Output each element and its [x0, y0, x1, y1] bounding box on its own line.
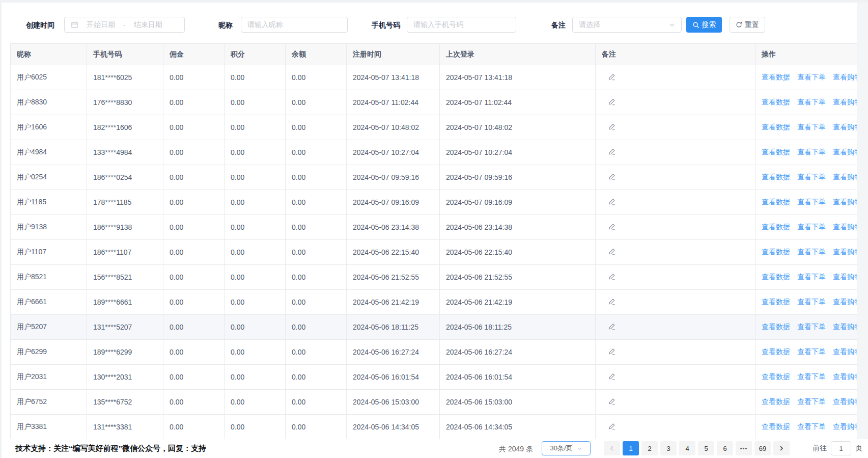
- view-cart-link[interactable]: 查看购物车: [833, 397, 857, 406]
- view-data-link[interactable]: 查看数据: [762, 347, 790, 356]
- edit-remark-icon[interactable]: [602, 422, 616, 430]
- search-button[interactable]: 搜索: [686, 17, 722, 33]
- view-cart-link[interactable]: 查看购物车: [833, 372, 857, 381]
- phone-cell: 131****3381: [87, 415, 163, 440]
- remark-cell: [596, 340, 755, 365]
- view-cart-link[interactable]: 查看购物车: [833, 298, 857, 306]
- view-data-link[interactable]: 查看数据: [762, 248, 790, 256]
- remark-cell: [596, 315, 755, 340]
- view-data-link[interactable]: 查看数据: [762, 422, 790, 430]
- edit-remark-icon[interactable]: [602, 73, 616, 81]
- view-data-link[interactable]: 查看数据: [762, 372, 790, 381]
- pager-page-4[interactable]: 4: [679, 441, 695, 455]
- edit-remark-icon[interactable]: [602, 298, 616, 306]
- view-orders-link[interactable]: 查看下单: [797, 298, 826, 306]
- reset-button-label: 重置: [745, 20, 759, 30]
- pager-page-69[interactable]: 69: [754, 441, 771, 455]
- reset-button[interactable]: 重置: [730, 17, 765, 33]
- end-date-placeholder[interactable]: 结束日期: [134, 20, 162, 30]
- view-cart-link[interactable]: 查看购物车: [833, 148, 857, 156]
- view-data-link[interactable]: 查看数据: [762, 123, 790, 131]
- points-cell: 0.00: [225, 290, 286, 315]
- pager-next-button[interactable]: [773, 441, 790, 455]
- view-orders-link[interactable]: 查看下单: [797, 372, 826, 381]
- view-data-link[interactable]: 查看数据: [762, 173, 790, 181]
- view-cart-link[interactable]: 查看购物车: [833, 173, 857, 181]
- view-orders-link[interactable]: 查看下单: [797, 98, 826, 106]
- pager-prev-button[interactable]: [604, 441, 620, 455]
- filter-bar: 创建时间 开始日期 - 结束日期 昵称 请输入昵称 手机号码 请输入手机号码 备…: [2, 3, 857, 43]
- view-orders-link[interactable]: 查看下单: [797, 73, 826, 81]
- view-orders-link[interactable]: 查看下单: [797, 273, 826, 281]
- commission-cell: 0.00: [163, 165, 225, 190]
- view-orders-link[interactable]: 查看下单: [797, 123, 826, 131]
- edit-remark-icon[interactable]: [602, 198, 616, 206]
- view-cart-link[interactable]: 查看购物车: [833, 347, 857, 356]
- edit-remark-icon[interactable]: [602, 123, 616, 131]
- view-data-link[interactable]: 查看数据: [762, 298, 790, 306]
- points-cell: 0.00: [225, 340, 286, 365]
- edit-remark-icon[interactable]: [602, 148, 616, 156]
- goto-page-input[interactable]: [831, 441, 851, 455]
- pager-page-2[interactable]: 2: [641, 441, 658, 455]
- pager-page-6[interactable]: 6: [717, 441, 733, 455]
- pager-ellipsis[interactable]: •••: [736, 441, 752, 455]
- view-cart-link[interactable]: 查看购物车: [833, 248, 857, 256]
- view-data-link[interactable]: 查看数据: [762, 198, 790, 206]
- view-orders-link[interactable]: 查看下单: [797, 322, 826, 331]
- view-orders-link[interactable]: 查看下单: [797, 148, 826, 156]
- edit-remark-icon[interactable]: [602, 273, 616, 281]
- edit-remark-icon[interactable]: [602, 248, 616, 256]
- remark-select[interactable]: 请选择: [572, 17, 682, 33]
- view-cart-link[interactable]: 查看购物车: [833, 123, 857, 131]
- view-cart-link[interactable]: 查看购物车: [833, 422, 857, 430]
- start-date-placeholder[interactable]: 开始日期: [87, 20, 115, 30]
- edit-remark-icon[interactable]: [602, 372, 616, 381]
- vertical-scrollbar[interactable]: [857, 3, 868, 439]
- last-login-cell: 2024-05-06 23:14:38: [440, 215, 596, 240]
- pager: 123456•••69: [604, 441, 790, 455]
- view-cart-link[interactable]: 查看购物车: [833, 223, 857, 231]
- pager-page-1[interactable]: 1: [623, 441, 639, 455]
- view-cart-link[interactable]: 查看购物车: [833, 73, 857, 81]
- edit-remark-icon[interactable]: [602, 223, 616, 231]
- view-cart-link[interactable]: 查看购物车: [833, 273, 857, 281]
- view-orders-link[interactable]: 查看下单: [797, 422, 826, 430]
- page-size-select[interactable]: 30条/页: [542, 441, 591, 455]
- view-data-link[interactable]: 查看数据: [762, 273, 790, 281]
- edit-remark-icon[interactable]: [602, 397, 616, 406]
- edit-remark-icon[interactable]: [602, 322, 616, 331]
- edit-remark-icon[interactable]: [602, 347, 616, 356]
- remark-cell: [596, 140, 755, 165]
- chevron-down-icon: [577, 446, 582, 451]
- pager-page-3[interactable]: 3: [660, 441, 677, 455]
- column-header: 上次登录: [440, 44, 596, 65]
- commission-cell: 0.00: [163, 215, 225, 240]
- nickname-input[interactable]: 请输入昵称: [241, 17, 348, 33]
- view-cart-link[interactable]: 查看购物车: [833, 322, 857, 331]
- view-orders-link[interactable]: 查看下单: [797, 397, 826, 406]
- view-orders-link[interactable]: 查看下单: [797, 198, 826, 206]
- date-range-picker[interactable]: 开始日期 - 结束日期: [64, 17, 185, 33]
- calendar-icon: [71, 21, 78, 29]
- view-data-link[interactable]: 查看数据: [762, 148, 790, 156]
- view-orders-link[interactable]: 查看下单: [797, 248, 826, 256]
- registered-cell: 2024-05-06 23:14:38: [347, 215, 440, 240]
- view-data-link[interactable]: 查看数据: [762, 73, 790, 81]
- pager-page-5[interactable]: 5: [698, 441, 714, 455]
- nickname-cell: 用户3381: [11, 415, 87, 440]
- view-cart-link[interactable]: 查看购物车: [833, 198, 857, 206]
- last-login-cell: 2024-05-07 10:48:02: [440, 115, 596, 140]
- view-data-link[interactable]: 查看数据: [762, 397, 790, 406]
- view-data-link[interactable]: 查看数据: [762, 223, 790, 231]
- phone-input[interactable]: 请输入手机号码: [407, 17, 516, 33]
- view-orders-link[interactable]: 查看下单: [797, 347, 826, 356]
- remark-cell: [596, 65, 755, 90]
- view-data-link[interactable]: 查看数据: [762, 322, 790, 331]
- view-orders-link[interactable]: 查看下单: [797, 173, 826, 181]
- view-orders-link[interactable]: 查看下单: [797, 223, 826, 231]
- view-data-link[interactable]: 查看数据: [762, 98, 790, 106]
- view-cart-link[interactable]: 查看购物车: [833, 98, 857, 106]
- edit-remark-icon[interactable]: [602, 173, 616, 181]
- edit-remark-icon[interactable]: [602, 98, 616, 106]
